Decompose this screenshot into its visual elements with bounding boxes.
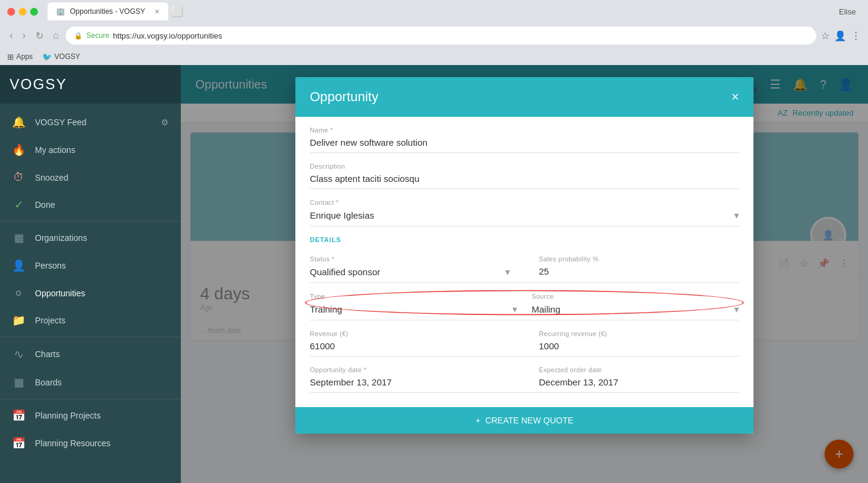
contact-label: Contact * <box>310 199 739 206</box>
address-bar[interactable]: 🔒 Secure https://ux.vogsy.io/opportuniti… <box>66 26 816 45</box>
browser-tab[interactable]: 🏢 Opportunities - VOGSY ✕ <box>48 2 168 20</box>
maximize-window-button[interactable] <box>30 8 38 16</box>
modal-title: Opportunity <box>310 89 379 105</box>
source-select[interactable]: Mailing ▾ <box>532 304 739 315</box>
name-label: Name * <box>310 126 739 134</box>
expected-order-value[interactable]: December 13, 2017 <box>539 377 739 387</box>
sidebar-item-projects[interactable]: 📁 Projects <box>0 307 181 334</box>
chevron-down-icon: ▾ <box>505 266 510 278</box>
type-value: Training <box>310 304 342 314</box>
opportunity-icon: ○ <box>12 287 25 299</box>
description-field: Description Class aptent taciti sociosqu <box>310 153 739 189</box>
sidebar-item-organizations[interactable]: ▦ Organizations <box>0 224 181 252</box>
reload-button[interactable]: ↻ <box>33 28 46 44</box>
planning-projects-icon: 📅 <box>12 409 25 422</box>
browser-chrome: 🏢 Opportunities - VOGSY ✕ ⬜ Elise ‹ › ↻ … <box>0 0 868 65</box>
status-probability-row: Status * Qualified sponsor ▾ Sales proba… <box>310 246 739 283</box>
status-field: Status * Qualified sponsor ▾ <box>310 246 524 283</box>
sidebar-label-snoozed: Snoozed <box>35 173 169 182</box>
sidebar-item-snoozed[interactable]: ⏱ Snoozed <box>0 164 181 191</box>
sidebar-nav: 🔔 VOGSY Feed ⚙ 🔥 My actions ⏱ Snoozed ✓ … <box>0 104 181 462</box>
url-text: https://ux.vogsy.io/opportunities <box>113 31 222 40</box>
modal-close-button[interactable]: × <box>731 90 739 104</box>
sidebar-label-vogsy-feed: VOGSY Feed <box>35 117 151 127</box>
type-source-row: Type Training ▾ Source Mailing ▾ <box>310 283 739 320</box>
bookmark-icon[interactable]: ☆ <box>821 30 829 42</box>
description-value[interactable]: Class aptent taciti sociosqu <box>310 173 739 184</box>
sidebar-divider-3 <box>0 399 181 399</box>
description-label: Description <box>310 163 739 170</box>
dates-row: Opportunity date * September 13, 2017 Ex… <box>310 357 739 393</box>
name-value[interactable]: Deliver new software solution <box>310 137 739 148</box>
modal-overlay: Opportunity × Name * Deliver new softwar… <box>181 65 868 483</box>
contact-select[interactable]: Enrique Iglesias ▾ <box>310 210 739 221</box>
status-value: Qualified sponsor <box>310 267 380 277</box>
type-label: Type <box>310 293 517 300</box>
home-button[interactable]: ⌂ <box>51 28 61 43</box>
name-field: Name * Deliver new software solution <box>310 117 739 153</box>
revenue-value[interactable]: 61000 <box>310 341 510 351</box>
new-tab-button[interactable]: ⬜ <box>168 2 186 20</box>
type-select[interactable]: Training ▾ <box>310 304 517 315</box>
forward-button[interactable]: › <box>20 28 28 43</box>
source-value: Mailing <box>532 304 561 314</box>
window-controls[interactable] <box>7 8 38 16</box>
opp-date-value[interactable]: September 13, 2017 <box>310 377 510 387</box>
sidebar-label-organizations: Organizations <box>35 233 169 243</box>
recurring-revenue-value[interactable]: 1000 <box>539 341 739 351</box>
minimize-window-button[interactable] <box>19 8 27 16</box>
gear-icon[interactable]: ⚙ <box>161 117 169 127</box>
bookmarks-bar: ⊞ Apps 🐦 VOGSY <box>0 48 868 65</box>
sidebar-item-vogsy-feed[interactable]: 🔔 VOGSY Feed ⚙ <box>0 108 181 136</box>
sidebar-label-done: Done <box>35 200 169 210</box>
tab-close-button[interactable]: ✕ <box>154 8 160 16</box>
main-content: Opportunities 🔍 ☰ 🔔 ? 👤 AZ Recently upda… <box>181 65 868 483</box>
apps-bookmark[interactable]: ⊞ Apps <box>7 52 33 61</box>
sales-prob-value[interactable]: 25 <box>539 266 739 276</box>
sidebar-label-boards: Boards <box>35 378 169 387</box>
modal-header: Opportunity × <box>295 77 753 117</box>
sidebar-header: VOGSY <box>0 65 181 104</box>
sidebar-label-projects: Projects <box>35 316 169 325</box>
browser-toolbar: ‹ › ↻ ⌂ 🔒 Secure https://ux.vogsy.io/opp… <box>0 23 868 48</box>
revenue-field: Revenue (€) 61000 <box>310 320 524 357</box>
close-window-button[interactable] <box>7 8 15 16</box>
sidebar-label-my-actions: My actions <box>35 145 169 155</box>
back-button[interactable]: ‹ <box>7 28 15 43</box>
sidebar-item-charts[interactable]: ∿ Charts <box>0 340 181 369</box>
revenue-label: Revenue (€) <box>310 330 510 337</box>
sales-probability-field: Sales probability % 25 <box>524 246 739 283</box>
recurring-revenue-label: Recurring revenue (€) <box>539 330 739 337</box>
chart-icon: ∿ <box>12 347 25 361</box>
sidebar-item-planning-projects[interactable]: 📅 Planning Projects <box>0 402 181 429</box>
vogsy-logo: VOGSY <box>10 76 67 93</box>
sidebar-item-persons[interactable]: 👤 Persons <box>0 252 181 279</box>
opp-date-label: Opportunity date * <box>310 366 510 373</box>
sidebar-item-boards[interactable]: ▦ Boards <box>0 369 181 396</box>
person-icon: 👤 <box>12 259 25 272</box>
fire-icon: 🔥 <box>12 143 25 157</box>
status-select[interactable]: Qualified sponsor ▾ <box>310 266 510 278</box>
vogsy-bookmark-icon: 🐦 <box>42 52 52 61</box>
sidebar-item-my-actions[interactable]: 🔥 My actions <box>0 136 181 164</box>
expected-order-label: Expected order date <box>539 366 739 373</box>
vogsy-bookmark-label: VOGSY <box>54 52 80 61</box>
source-label: Source <box>532 293 739 300</box>
board-icon: ▦ <box>12 376 25 389</box>
chevron-down-icon: ▾ <box>734 304 739 315</box>
opportunity-modal: Opportunity × Name * Deliver new softwar… <box>295 77 753 434</box>
folder-icon: 📁 <box>12 314 25 327</box>
sidebar-item-done[interactable]: ✓ Done <box>0 191 181 219</box>
create-quote-bar[interactable]: + CREATE NEW QUOTE <box>295 407 753 434</box>
tab-favicon: 🏢 <box>56 7 65 16</box>
profile-icon[interactable]: 👤 <box>834 30 846 42</box>
menu-icon[interactable]: ⋮ <box>851 30 861 42</box>
sidebar-divider-1 <box>0 221 181 222</box>
vogsy-bookmark[interactable]: 🐦 VOGSY <box>42 52 80 61</box>
sidebar-item-planning-resources[interactable]: 📅 Planning Resources <box>0 429 181 457</box>
type-field: Type Training ▾ <box>310 283 517 320</box>
revenue-row: Revenue (€) 61000 Recurring revenue (€) … <box>310 320 739 357</box>
sidebar-item-opportunities[interactable]: ○ Opportunities <box>0 279 181 307</box>
contact-field: Contact * Enrique Iglesias ▾ <box>310 189 739 226</box>
sidebar-label-opportunities: Opportunities <box>35 288 169 298</box>
